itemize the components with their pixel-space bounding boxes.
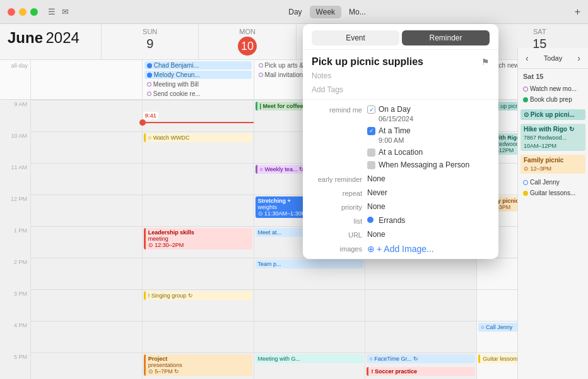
at-a-location-label: At a Location <box>379 148 423 157</box>
cell-mon-4[interactable] <box>142 322 254 352</box>
tab-week[interactable]: Week <box>310 6 341 18</box>
time-label-9am: 9 AM <box>0 100 30 131</box>
event-project-presentations[interactable]: Project presentations ⊙ 5–7PM ↻ <box>144 354 252 376</box>
event-send-cookie[interactable]: Send cookie re... <box>144 90 252 98</box>
cell-mon-5[interactable]: Project presentations ⊙ 5–7PM ↻ <box>142 353 254 379</box>
cell-tue-3[interactable] <box>254 290 365 321</box>
cell-mon-2[interactable] <box>142 258 254 289</box>
priority-value[interactable]: None <box>367 202 385 211</box>
event-meeting-g[interactable]: Meeting with G... <box>256 354 364 363</box>
sidebar-event-family-picnic[interactable]: Family picnic ⊙ 12–3PM <box>520 155 585 174</box>
flag-button[interactable]: ⚑ <box>481 57 490 67</box>
sat-label: Sat 15 <box>518 69 588 81</box>
repeat-row: repeat Never <box>312 188 490 197</box>
calendar-main: June 2024 SUN 9 MON 10 TUE 11 WED <box>0 24 588 379</box>
on-a-day-date[interactable]: 06/15/2024 <box>367 115 469 123</box>
prev-button[interactable]: ‹ <box>523 52 531 64</box>
time-row-12pm: 12 PM Stretching + weights ⊙ 11:30AM–1:3… <box>0 195 588 226</box>
event-chad[interactable]: Chad Benjami... <box>144 61 252 69</box>
event-melody[interactable]: Melody Cheun... <box>144 71 252 79</box>
cell-mon-12[interactable] <box>142 195 254 226</box>
time-label-11am: 11 AM <box>0 163 30 195</box>
cell-wed-5[interactable]: ○ FaceTime Gr... ↻ ! Soccer practice <box>365 353 476 379</box>
list-value[interactable]: Errands <box>367 216 405 225</box>
cell-sun-4[interactable] <box>30 322 142 352</box>
tab-month[interactable]: Mo... <box>343 6 372 18</box>
event-meeting-bill[interactable]: Meeting with Bill <box>144 80 252 88</box>
cell-sun-12[interactable] <box>30 195 142 226</box>
time-row-3pm: 3 PM ! Singing group ↻ <box>0 289 588 321</box>
reminder-popup: Event Reminder Pick up picnic supplies ⚑… <box>303 24 498 259</box>
cell-sun-9[interactable] <box>30 100 142 132</box>
sidebar-event-call-jenny[interactable]: Call Jenny <box>520 177 585 187</box>
popup-add-tags[interactable]: Add Tags <box>303 84 498 99</box>
cell-tue-2[interactable]: Team p... <box>254 258 365 289</box>
now-line <box>143 122 254 123</box>
remind-me-options: ✓ On a Day 06/15/2024 ✓ At a Time 9:00 A… <box>367 105 469 169</box>
event-team[interactable]: Team p... <box>256 260 364 268</box>
cell-mon-11[interactable] <box>142 164 254 195</box>
cell-mon-9[interactable]: 9:41 <box>142 100 254 131</box>
event-singing-group[interactable]: ! Singing group ↻ <box>144 291 252 300</box>
event-facetime[interactable]: ○ FaceTime Gr... ↻ <box>367 354 475 363</box>
cell-wed-2[interactable] <box>365 258 476 289</box>
all-day-cell-sun <box>30 60 142 99</box>
on-a-day-checkbox[interactable]: ✓ <box>367 105 375 114</box>
sidebar-icon[interactable]: ☰ <box>48 7 56 16</box>
zoom-button[interactable] <box>30 8 38 16</box>
close-button[interactable] <box>8 8 15 16</box>
time-row-5pm: 5 PM Project presentations ⊙ 5–7PM ↻ <box>0 352 588 379</box>
all-day-cell-mon: Chad Benjami... Melody Cheun... Meeting … <box>142 60 254 99</box>
cell-sun-11[interactable] <box>30 164 142 195</box>
popup-title-row: Pick up picnic supplies ⚑ <box>303 50 498 70</box>
cell-sun-3[interactable] <box>30 290 142 321</box>
cell-sun-5[interactable] <box>30 353 142 379</box>
sidebar-event-hike[interactable]: Hike with Rigo ↻ 7867 Redwood... 10AM–12… <box>520 124 585 151</box>
minimize-button[interactable] <box>19 8 26 16</box>
cell-tue-4[interactable] <box>254 322 365 352</box>
sidebar-event-pickup-picnic[interactable]: ⊙ Pick up picni... <box>520 109 585 120</box>
time-row-9am: 9 AM 9:41 <box>0 100 588 131</box>
sidebar-event-guitar[interactable]: Guitar lessons... <box>520 188 585 198</box>
now-time: 9:41 <box>143 112 158 119</box>
popup-notes[interactable]: Notes <box>303 70 498 84</box>
repeat-value[interactable]: Never <box>367 188 387 197</box>
next-button[interactable]: › <box>575 52 583 64</box>
cell-tue-5[interactable]: Meeting with G... <box>254 353 365 379</box>
day-header-sun: SUN 9 <box>101 24 198 59</box>
sidebar-event-book-club[interactable]: Book club prep <box>520 95 585 104</box>
mail-icon[interactable]: ✉ <box>62 7 69 16</box>
event-leadership[interactable]: Leadership skills meeting ⊙ 12:30–2PM <box>144 228 252 250</box>
add-image-button[interactable]: ⊕ + Add Image... <box>367 244 434 254</box>
month-year-title: June 2024 <box>0 24 101 59</box>
popup-tab-event[interactable]: Event <box>312 30 399 45</box>
today-button[interactable]: Today <box>544 54 562 62</box>
cell-mon-3[interactable]: ! Singing group ↻ <box>142 290 254 321</box>
cell-wed-3[interactable] <box>365 290 476 321</box>
event-soccer[interactable]: ! Soccer practice <box>367 367 475 376</box>
at-a-location-checkbox[interactable] <box>367 148 375 157</box>
when-messaging-checkbox[interactable] <box>367 161 375 169</box>
cell-mon-1[interactable]: Leadership skills meeting ⊙ 12:30–2PM <box>142 227 254 258</box>
popup-body: remind me ✓ On a Day 06/15/2024 ✓ At a T… <box>303 100 498 259</box>
url-value[interactable]: None <box>367 230 385 239</box>
month-label: June <box>8 29 43 46</box>
cell-sun-10[interactable] <box>30 132 142 163</box>
cell-wed-4[interactable] <box>365 322 476 352</box>
add-event-button[interactable]: + <box>575 6 580 18</box>
cell-sun-2[interactable] <box>30 258 142 289</box>
at-a-location-row: At a Location <box>367 148 469 157</box>
popup-tab-reminder[interactable]: Reminder <box>402 30 490 45</box>
sidebar-event-watch-new[interactable]: Watch new mo... <box>520 84 585 93</box>
at-a-time-checkbox[interactable]: ✓ <box>367 127 375 135</box>
event-watch-wwdc[interactable]: ○ Watch WWDC <box>144 133 252 142</box>
cell-sun-1[interactable] <box>30 227 142 258</box>
cell-mon-10[interactable]: ○ Watch WWDC <box>142 132 254 163</box>
errands-dot <box>367 217 373 223</box>
tab-day[interactable]: Day <box>282 6 308 18</box>
time-row-1pm: 1 PM Leadership skills meeting ⊙ 12:30–2… <box>0 226 588 258</box>
time-label-2pm: 2 PM <box>0 258 30 289</box>
early-reminder-value[interactable]: None <box>367 174 385 183</box>
images-row: images ⊕ + Add Image... <box>312 244 490 254</box>
at-a-time-value[interactable]: 9:00 AM <box>367 136 469 144</box>
